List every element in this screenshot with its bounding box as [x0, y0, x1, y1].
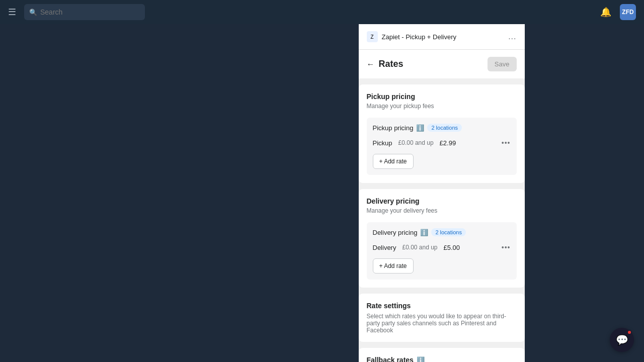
app-logo-text: Z [370, 34, 373, 40]
pickup-section-title: Pickup pricing [367, 93, 517, 101]
delivery-section-header: Delivery pricing Manage your delivery fe… [359, 189, 525, 222]
delivery-pricing-card: Delivery pricing ℹ️ 2 locations Delivery… [367, 222, 517, 280]
app-header: Z Zapiet - Pickup + Delivery ... [359, 24, 525, 50]
top-nav: ☰ 🔍 🔔 ZFD [0, 0, 644, 24]
pickup-pricing-section: Pickup pricing Manage your pickup fees P… [359, 84, 525, 183]
pickup-amount: £2.99 [440, 139, 456, 147]
chat-icon: 💬 [616, 334, 628, 346]
delivery-type: Delivery [373, 244, 396, 251]
delivery-section-title: Delivery pricing [367, 197, 517, 205]
pickup-section-desc: Manage your pickup fees [367, 103, 517, 110]
delivery-row-more-icon[interactable]: ••• [502, 243, 511, 251]
pickup-add-rate-button[interactable]: + Add rate [373, 154, 414, 169]
avatar[interactable]: ZFD [620, 4, 636, 20]
chat-badge [627, 330, 632, 335]
rate-settings-title: Rate settings [367, 302, 517, 310]
hamburger-icon[interactable]: ☰ [8, 7, 16, 18]
rate-settings-section: Rate settings Select which rates you wou… [359, 294, 525, 342]
pickup-info-icon[interactable]: ℹ️ [416, 124, 424, 132]
page-title: Rates [379, 59, 404, 69]
pickup-section-header: Pickup pricing Manage your pickup fees [359, 84, 525, 118]
app-more-icon[interactable]: ... [508, 32, 516, 41]
rate-settings-desc: Select which rates you would like to app… [367, 313, 517, 334]
delivery-add-rate-button[interactable]: + Add rate [373, 258, 414, 274]
page-header-left: ← Rates [367, 59, 404, 69]
pickup-pricing-row: Pickup £0.00 and up £2.99 ••• [373, 137, 511, 149]
delivery-card-header: Delivery pricing ℹ️ 2 locations [373, 228, 511, 236]
delivery-pricing-row: Delivery £0.00 and up £5.00 ••• [373, 241, 511, 253]
save-button[interactable]: Save [488, 57, 517, 71]
app-title: Zapiet - Pickup + Delivery [382, 33, 456, 41]
back-button[interactable]: ← [367, 60, 375, 69]
pickup-card-header: Pickup pricing ℹ️ 2 locations [373, 124, 511, 132]
pickup-card-label: Pickup pricing [373, 124, 414, 132]
fallback-header: Fallback rates ℹ️ [367, 356, 517, 362]
pickup-pricing-card: Pickup pricing ℹ️ 2 locations Pickup £0.… [367, 118, 517, 175]
delivery-range: £0.00 and up [402, 244, 437, 251]
fallback-info-icon[interactable]: ℹ️ [417, 356, 425, 363]
delivery-amount: £5.00 [444, 244, 460, 251]
delivery-locations-badge: 2 locations [431, 228, 466, 236]
bell-icon[interactable]: 🔔 [598, 4, 614, 20]
delivery-section-desc: Manage your delivery fees [367, 207, 517, 214]
search-bar[interactable]: 🔍 [24, 4, 145, 20]
main-content: Z Zapiet - Pickup + Delivery ... ← Rates… [359, 24, 525, 362]
page-header: ← Rates Save [359, 50, 525, 78]
delivery-row-left: Delivery £0.00 and up £5.00 [373, 244, 460, 251]
pickup-range: £0.00 and up [398, 139, 434, 146]
fallback-title: Fallback rates [367, 356, 414, 362]
search-input[interactable] [40, 8, 140, 16]
app-header-left: Z Zapiet - Pickup + Delivery [367, 31, 456, 42]
search-icon: 🔍 [29, 9, 37, 16]
app-logo: Z [367, 31, 378, 42]
pickup-locations-badge: 2 locations [427, 124, 462, 132]
pickup-type: Pickup [373, 139, 392, 147]
fallback-rates-section: Fallback rates ℹ️ If the customer bypass… [359, 348, 525, 362]
delivery-card-label: Delivery pricing [373, 229, 418, 236]
pickup-row-left: Pickup £0.00 and up £2.99 [373, 139, 456, 147]
chat-button[interactable]: 💬 [610, 328, 634, 352]
delivery-info-icon[interactable]: ℹ️ [420, 229, 428, 236]
pickup-row-more-icon[interactable]: ••• [502, 139, 511, 147]
delivery-pricing-section: Delivery pricing Manage your delivery fe… [359, 189, 525, 288]
